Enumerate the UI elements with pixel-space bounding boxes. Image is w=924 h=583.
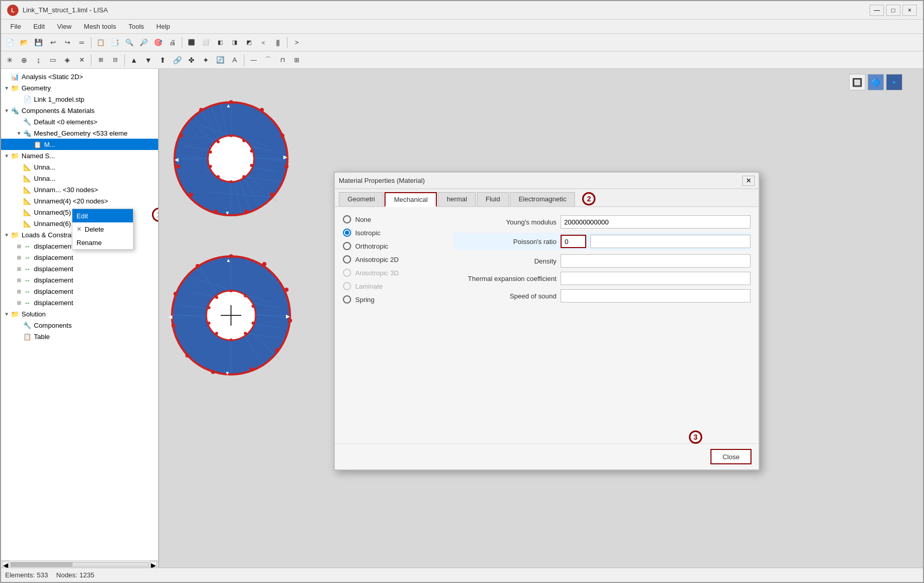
menu-help[interactable]: Help xyxy=(151,21,176,32)
svg-point-29 xyxy=(250,164,253,167)
vp-btn-3[interactable]: 🔹 xyxy=(886,74,902,90)
tree-item-solution[interactable]: ▼ 📁 Solution xyxy=(1,308,158,319)
tb2-2[interactable]: ⊕ xyxy=(17,53,31,67)
radio-none[interactable]: None xyxy=(343,215,446,223)
tb-mesh3[interactable]: ◧ xyxy=(214,36,227,49)
tb2-14[interactable]: ✦ xyxy=(199,53,213,67)
tree-item-unnamed1[interactable]: 📐 Unna... xyxy=(1,161,158,173)
window-close-button[interactable]: × xyxy=(902,5,917,16)
svg-point-52 xyxy=(262,262,266,266)
tb-arrow[interactable]: > xyxy=(290,36,303,49)
tree-item-geometry[interactable]: ▼ 📁 Geometry xyxy=(1,82,158,93)
menu-file[interactable]: File xyxy=(5,21,26,32)
ctx-rename[interactable]: Rename xyxy=(72,236,133,249)
radio-isotropic[interactable]: Isotropic xyxy=(343,229,446,237)
tree-item-table[interactable]: 📋 Table xyxy=(1,331,158,342)
tb2-1[interactable]: ✳ xyxy=(3,53,16,67)
tab-geometry[interactable]: Geometri xyxy=(339,192,383,206)
tb-mesh4[interactable]: ◨ xyxy=(228,36,241,49)
tree-item-material[interactable]: 📋 M... xyxy=(1,139,158,150)
tb2-3[interactable]: ↨ xyxy=(32,53,45,67)
tab-thermal[interactable]: hermal xyxy=(438,192,476,206)
prop-input-thermal-exp[interactable] xyxy=(561,272,750,285)
radio-orthotropic[interactable]: Orthotropic xyxy=(343,242,446,250)
tree-item-disp2[interactable]: ⊞ ↔ displacement xyxy=(1,252,158,263)
tree-item-disp3[interactable]: ⊞ ↔ displacement xyxy=(1,263,158,274)
tb-paste[interactable]: 📑 xyxy=(108,36,122,49)
minimize-button[interactable]: — xyxy=(870,5,884,16)
tb2-11[interactable]: ⬆ xyxy=(156,53,169,67)
tb-new[interactable]: 📄 xyxy=(3,36,16,49)
prop-input-poisson[interactable] xyxy=(561,235,586,248)
tb2-8[interactable]: ⊟ xyxy=(108,53,122,67)
tb2-12[interactable]: 🔗 xyxy=(170,53,184,67)
tree-item-disp5[interactable]: ⊞ ↔ displacement xyxy=(1,286,158,297)
tb-mesh7[interactable]: ▮ xyxy=(271,36,284,49)
tb2-13[interactable]: ✤ xyxy=(185,53,198,67)
menu-view[interactable]: View xyxy=(52,21,76,32)
tree-item-analysis[interactable]: 📊 Analysis <Static 2D> xyxy=(1,71,158,82)
tab-electromagnetic[interactable]: Electromagnetic xyxy=(510,192,575,206)
tree-item-named[interactable]: ▼ 📁 Named S... xyxy=(1,150,158,161)
tb2-18[interactable]: ⌒ xyxy=(261,53,275,67)
tb2-19[interactable]: ⊓ xyxy=(276,53,289,67)
tb2-5[interactable]: ◈ xyxy=(61,53,74,67)
tb2-7[interactable]: ⊞ xyxy=(94,53,107,67)
tree-item-disp6[interactable]: ⊞ ↔ displacement xyxy=(1,297,158,308)
tree-item-unnamed4[interactable]: 📐 Unnamed(4) <20 nodes> xyxy=(1,195,158,206)
tb-mesh1[interactable]: ⬛ xyxy=(185,36,198,49)
tab-fluid[interactable]: Fluid xyxy=(477,192,509,206)
vp-btn-1[interactable]: 🔲 xyxy=(849,74,865,90)
dialog-close-button[interactable]: Close xyxy=(710,449,752,464)
menu-edit[interactable]: Edit xyxy=(28,21,50,32)
tb-redo[interactable]: ↪ xyxy=(61,36,74,49)
prop-input-speed-sound[interactable] xyxy=(561,289,750,303)
tb2-4[interactable]: ▭ xyxy=(46,53,60,67)
tb2-10[interactable]: ▼ xyxy=(142,53,155,67)
tb-line[interactable]: ═ xyxy=(75,36,88,49)
tb-open[interactable]: 📂 xyxy=(17,36,31,49)
tree-item-meshed[interactable]: ▼ 🔩 Meshed_Geometry <533 eleme xyxy=(1,127,158,139)
tb-undo[interactable]: ↩ xyxy=(46,36,60,49)
tb-print[interactable]: 🖨 xyxy=(166,36,179,49)
svg-point-32 xyxy=(217,175,220,178)
radio-circle-spring xyxy=(343,295,351,304)
tree-item-unnamed2[interactable]: 📐 Unna... xyxy=(1,173,158,184)
tb-target[interactable]: 🎯 xyxy=(151,36,165,49)
radio-spring[interactable]: Spring xyxy=(343,295,446,304)
scroll-left-btn[interactable]: ◀ xyxy=(2,561,9,568)
scroll-right-btn[interactable]: ▶ xyxy=(150,561,157,568)
tb-mesh2[interactable]: ⬜ xyxy=(199,36,213,49)
tab-mechanical[interactable]: Mechanical xyxy=(384,192,437,207)
tb-copy[interactable]: 📋 xyxy=(94,36,107,49)
tree-item-unnamed3[interactable]: 📐 Unnam... <30 nodes> xyxy=(1,184,158,195)
tb2-16[interactable]: A xyxy=(228,53,241,67)
tb-search[interactable]: 🔍 xyxy=(123,36,136,49)
dialog-close-x-button[interactable]: ✕ xyxy=(742,176,755,186)
tb-mesh6[interactable]: < xyxy=(257,36,270,49)
tb-zoom[interactable]: 🔎 xyxy=(137,36,150,49)
ctx-delete[interactable]: ✕ Delete xyxy=(72,222,133,236)
tree-item-default[interactable]: 🔧 Default <0 elements> xyxy=(1,116,158,127)
tree-scrollbar[interactable]: ◀ ▶ xyxy=(1,560,158,568)
tb2-17[interactable]: — xyxy=(247,53,260,67)
maximize-button[interactable]: □ xyxy=(886,5,900,16)
ctx-edit[interactable]: Edit xyxy=(72,209,133,222)
prop-input-density[interactable] xyxy=(561,254,750,268)
tb2-9[interactable]: ▲ xyxy=(127,53,141,67)
menu-mesh-tools[interactable]: Mesh tools xyxy=(79,21,121,32)
menu-tools[interactable]: Tools xyxy=(123,21,149,32)
tb-save[interactable]: 💾 xyxy=(32,36,45,49)
tb2-6[interactable]: ✕ xyxy=(75,53,88,67)
tb-mesh5[interactable]: ◩ xyxy=(242,36,256,49)
tree-item-disp4[interactable]: ⊞ ↔ displacement xyxy=(1,274,158,286)
tree-item-comp-mat[interactable]: ▼ 🔩 Components & Materials xyxy=(1,105,158,116)
tb2-20[interactable]: ⊞ xyxy=(290,53,303,67)
tree-item-link-model[interactable]: 📄 Link 1_model.stp xyxy=(1,93,158,105)
prop-input-youngs[interactable] xyxy=(561,215,750,229)
prop-input-poisson-extra[interactable] xyxy=(590,235,750,248)
tree-item-components[interactable]: 🔧 Components xyxy=(1,319,158,331)
radio-anisotropic-2d[interactable]: Anisotropic 2D xyxy=(343,255,446,264)
tb2-15[interactable]: 🔄 xyxy=(214,53,227,67)
vp-btn-2[interactable]: 🔷 xyxy=(868,74,884,90)
